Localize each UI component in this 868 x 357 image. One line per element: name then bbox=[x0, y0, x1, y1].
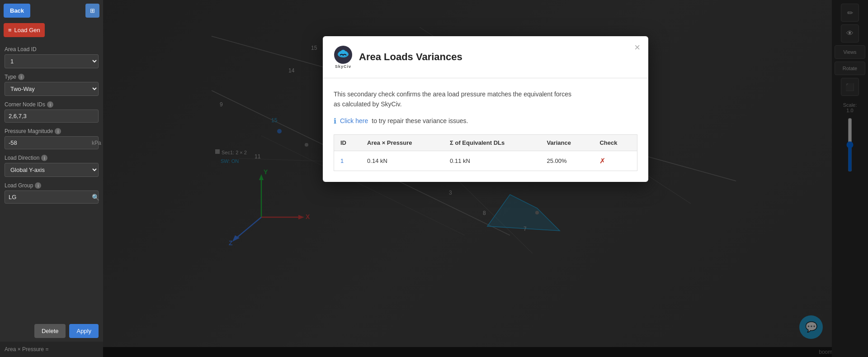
corner-node-ids-label: Corner Node IDs i bbox=[5, 101, 99, 108]
cell-area-pressure: 0.14 kN bbox=[361, 151, 443, 171]
corner-node-ids-group: Corner Node IDs i bbox=[5, 101, 99, 123]
col-id: ID bbox=[334, 134, 361, 151]
pressure-magnitude-group: Pressure Magnitude i kPa bbox=[5, 128, 99, 149]
load-group-search-icon[interactable]: 🔍 bbox=[88, 194, 103, 201]
load-direction-group: Load Direction i Global Y-axisGlobal X-a… bbox=[5, 155, 99, 177]
area-load-id-select[interactable]: 1 bbox=[5, 54, 99, 68]
load-group-input-container: 🔍 bbox=[5, 190, 99, 204]
sidebar-footer: Area × Pressure = bbox=[0, 342, 103, 357]
type-group: Type i Two-WayOne-WayPressure bbox=[5, 74, 99, 96]
load-group-info-icon[interactable]: i bbox=[35, 182, 41, 189]
table-header-row: ID Area × Pressure Σ of Equivalent DLs V… bbox=[334, 134, 637, 151]
col-variance: Variance bbox=[540, 134, 593, 151]
grid-button[interactable]: ⊞ bbox=[85, 4, 99, 18]
load-group-label: Load Group i bbox=[5, 182, 99, 189]
table-row: 1 0.14 kN 0.11 kN 25.00% ✗ bbox=[334, 151, 637, 171]
modal-description: This secondary check confirms the area l… bbox=[334, 89, 637, 109]
apply-button[interactable]: Apply bbox=[69, 324, 99, 338]
area-load-id-group: Area Load ID 1 bbox=[5, 46, 99, 68]
skyciv-logo-svg bbox=[334, 45, 353, 64]
cell-variance: 25.00% bbox=[540, 151, 593, 171]
type-info-icon[interactable]: i bbox=[18, 74, 24, 80]
modal-logo-text: SkyCiv bbox=[335, 64, 351, 69]
repair-link-suffix: to try repair these variance issues. bbox=[372, 117, 468, 124]
back-button[interactable]: Back bbox=[4, 4, 30, 18]
table-body: 1 0.14 kN 0.11 kN 25.00% ✗ bbox=[334, 151, 637, 171]
footer-text: Area × Pressure = bbox=[5, 346, 48, 352]
load-group-input[interactable] bbox=[5, 191, 88, 203]
check-fail-icon: ✗ bbox=[599, 157, 605, 165]
repair-link[interactable]: Click here bbox=[340, 117, 368, 124]
modal-overlay: SkyCiv Area Loads Variances × This secon… bbox=[103, 0, 868, 357]
loadgen-filter-icon: ≡ bbox=[8, 27, 12, 33]
load-direction-info-icon[interactable]: i bbox=[41, 155, 47, 161]
pressure-magnitude-input[interactable] bbox=[5, 137, 88, 149]
col-equiv-dls: Σ of Equivalent DLs bbox=[443, 134, 540, 151]
header-row2: ≡ Load Gen bbox=[0, 21, 103, 41]
repair-info-icon: ℹ bbox=[334, 117, 336, 125]
modal-dialog: SkyCiv Area Loads Variances × This secon… bbox=[323, 36, 648, 182]
load-direction-select[interactable]: Global Y-axisGlobal X-axisGlobal Z-axis bbox=[5, 163, 99, 177]
sidebar-content: Area Load ID 1 Type i Two-WayOne-WayPres… bbox=[0, 41, 103, 320]
area-load-id-label: Area Load ID bbox=[5, 46, 99, 52]
type-label: Type i bbox=[5, 74, 99, 80]
pressure-input-container: kPa bbox=[5, 136, 99, 149]
row-id-link[interactable]: 1 bbox=[340, 157, 344, 164]
modal-body: This secondary check confirms the area l… bbox=[323, 78, 648, 182]
delete-button[interactable]: Delete bbox=[34, 324, 66, 338]
cell-check: ✗ bbox=[593, 151, 637, 171]
modal-title: Area Loads Variances bbox=[359, 51, 462, 63]
sidebar-header: Back ⊞ bbox=[0, 0, 103, 21]
col-area-pressure: Area × Pressure bbox=[361, 134, 443, 151]
left-sidebar: Back ⊞ ≡ Load Gen Area Load ID 1 Type i … bbox=[0, 0, 103, 357]
pressure-magnitude-label: Pressure Magnitude i bbox=[5, 128, 99, 134]
loadgen-button[interactable]: ≡ Load Gen bbox=[4, 23, 45, 37]
col-check: Check bbox=[593, 134, 637, 151]
modal-close-button[interactable]: × bbox=[634, 43, 640, 52]
corner-node-info-icon[interactable]: i bbox=[47, 101, 53, 108]
skyciv-logo: SkyCiv bbox=[334, 45, 353, 69]
cell-equiv-dls: 0.11 kN bbox=[443, 151, 540, 171]
corner-node-ids-input[interactable] bbox=[5, 109, 99, 123]
pressure-info-icon[interactable]: i bbox=[55, 128, 61, 134]
loadgen-label: Load Gen bbox=[14, 27, 40, 33]
variance-table: ID Area × Pressure Σ of Equivalent DLs V… bbox=[334, 134, 637, 171]
table-header: ID Area × Pressure Σ of Equivalent DLs V… bbox=[334, 134, 637, 151]
type-select[interactable]: Two-WayOne-WayPressure bbox=[5, 82, 99, 96]
load-direction-label: Load Direction i bbox=[5, 155, 99, 161]
main-area: Y X Z 15 14 9 15 11 3 8 7 Sec1: 2 × 2 SW… bbox=[103, 0, 868, 357]
repair-link-row: ℹ Click here to try repair these varianc… bbox=[334, 117, 637, 125]
action-buttons: Delete Apply bbox=[0, 320, 103, 342]
pressure-unit: kPa bbox=[88, 140, 105, 146]
modal-header: SkyCiv Area Loads Variances × bbox=[323, 36, 648, 78]
cell-id: 1 bbox=[334, 151, 361, 171]
load-group-group: Load Group i 🔍 bbox=[5, 182, 99, 204]
